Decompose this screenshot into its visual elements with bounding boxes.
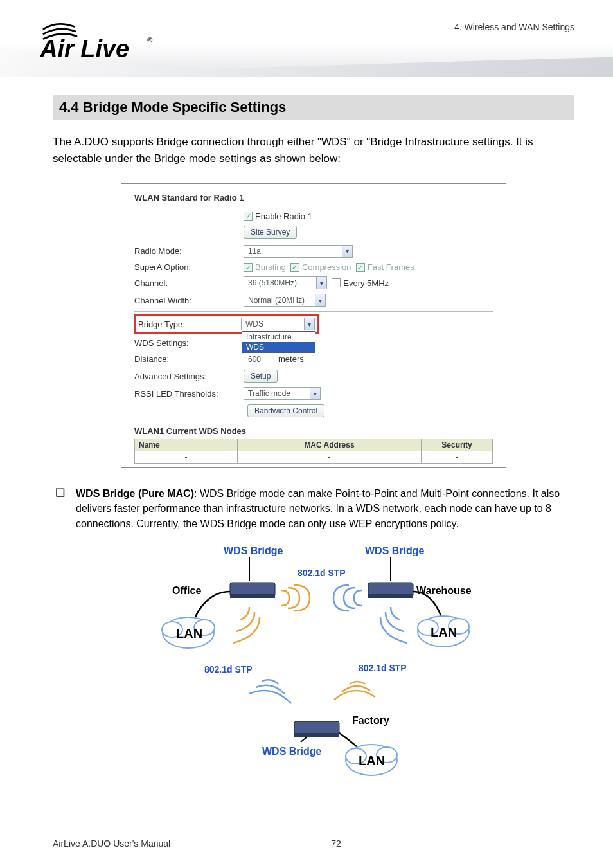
setup-button[interactable]: Setup [244,370,278,383]
bullet-title: WDS Bridge (Pure MAC) [76,488,194,499]
bursting-checkbox[interactable]: ✓ [244,263,253,272]
rssi-label: RSSI LED Thresholds: [134,389,244,399]
every5mhz-label: Every 5MHz [343,278,389,288]
enable-radio-label: Enable Radio 1 [255,212,312,221]
th-security: Security [422,439,492,451]
svg-rect-14 [230,594,275,598]
distance-unit: meters [278,354,304,364]
bullet-icon: ❑ [53,486,76,531]
chapter-label: 4. Wireless and WAN Settings [454,22,574,32]
svg-text:LAN: LAN [359,754,385,768]
channel-width-select[interactable]: Normal (20MHz)▾ [244,294,326,307]
footer-manual: AirLive A.DUO User's Manual [53,838,170,849]
channel-label: Channel: [134,278,244,288]
bridge-type-option-infra[interactable]: Infrastructure [242,332,315,342]
fastframes-checkbox[interactable]: ✓ [356,263,365,272]
chevron-down-icon: ▾ [304,318,314,330]
bullet-item: ❑ WDS Bridge (Pure MAC): WDS Bridge mode… [53,486,574,531]
svg-text:802.1d STP: 802.1d STP [359,663,407,673]
compression-label: Compression [302,262,351,272]
compression-checkbox[interactable]: ✓ [290,263,299,272]
wds-settings-label: WDS Settings: [134,338,244,348]
chevron-down-icon: ▾ [316,277,326,289]
svg-text:Office: Office [172,585,201,596]
wds-bridge-label: WDS Bridge [224,545,283,556]
svg-text:Factory: Factory [352,715,389,726]
svg-text:Air Live: Air Live [39,35,129,62]
bridge-type-dropdown[interactable]: Infrastructure WDS [242,331,315,353]
chevron-down-icon: ▾ [342,246,352,257]
distance-label: Distance: [134,354,244,364]
enable-radio-checkbox[interactable]: ✓ [244,212,253,221]
th-name: Name [135,439,238,451]
radio-mode-label: Radio Mode: [134,246,244,256]
wds-table-header: Name MAC Address Security [134,439,493,451]
channel-width-label: Channel Width: [134,296,244,305]
rssi-select[interactable]: Traffic mode▾ [244,387,321,400]
brand-logo: Air Live ® [39,18,161,64]
wlan-settings-panel: WLAN Standard for Radio 1 ✓ Enable Radio… [121,183,506,469]
site-survey-button[interactable]: Site Survey [244,226,297,239]
table-row: - - - [134,451,493,464]
svg-text:®: ® [147,36,153,44]
th-mac: MAC Address [238,439,422,451]
svg-text:WDS Bridge: WDS Bridge [262,746,322,757]
svg-text:LAN: LAN [176,626,202,640]
topology-diagram: WDS Bridge WDS Bridge 802.1d STP 802.1d … [153,543,474,781]
svg-text:WDS Bridge: WDS Bridge [365,545,425,556]
svg-rect-16 [368,594,413,598]
distance-input[interactable]: 600 [244,352,274,365]
chevron-down-icon: ▾ [315,294,325,306]
every5mhz-checkbox[interactable]: ✓ [332,278,341,287]
panel-title: WLAN Standard for Radio 1 [134,193,493,203]
bandwidth-control-button[interactable]: Bandwidth Control [247,404,324,417]
svg-text:LAN: LAN [431,625,457,639]
bursting-label: Bursting [255,262,286,272]
footer-page-number: 72 [331,838,341,849]
advanced-settings-label: Advanced Settings: [134,372,244,381]
section-heading: 4.4 Bridge Mode Specific Settings [53,95,574,120]
radio-mode-select[interactable]: 11a▾ [244,245,353,258]
svg-text:802.1d STP: 802.1d STP [298,568,346,578]
svg-rect-18 [294,733,339,737]
supera-label: SuperA Option: [134,262,244,272]
wds-nodes-title: WLAN1 Current WDS Nodes [134,426,493,436]
chevron-down-icon: ▾ [310,388,320,399]
svg-text:802.1d STP: 802.1d STP [204,664,253,674]
bridge-type-label: Bridge Type: [138,320,241,329]
intro-paragraph: The A.DUO supports Bridge connection thr… [53,134,574,168]
fastframes-label: Fast Frames [368,262,414,272]
channel-select[interactable]: 36 (5180MHz)▾ [244,276,327,289]
bridge-type-select[interactable]: WDS▾ Infrastructure WDS [241,318,315,330]
bridge-type-option-wds[interactable]: WDS [242,342,315,352]
